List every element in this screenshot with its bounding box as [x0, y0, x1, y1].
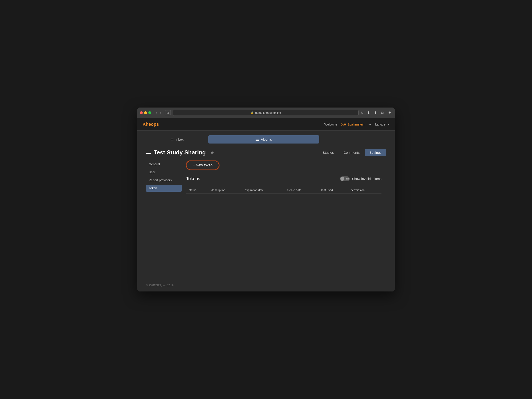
window-button[interactable]: ⧉ [380, 110, 385, 116]
language-selector[interactable]: Lang: en ▾ [375, 123, 390, 126]
album-title-section: ▬ Test Study Sharing ★ [146, 149, 214, 156]
show-invalid-toggle: No Show invalid tokens [340, 176, 381, 181]
inbox-label: Inbox [175, 137, 184, 141]
settings-sidebar: General User Report providers Token [146, 161, 182, 194]
toggle-knob [340, 177, 344, 181]
logout-icon[interactable]: → [368, 122, 372, 126]
show-invalid-label: Show invalid tokens [352, 177, 381, 181]
lang-label: Lang: en [375, 123, 387, 126]
col-status: status [186, 187, 209, 194]
tab-inbox[interactable]: ☰ Inbox [146, 135, 208, 143]
username: Joël Spaltenstein [341, 123, 365, 126]
lock-icon: 🔒 [251, 111, 254, 114]
star-icon[interactable]: ★ [210, 150, 214, 155]
albums-label: Albums [261, 137, 272, 141]
welcome-text: Welcome [324, 123, 337, 126]
table-header: status description expiration date creat… [186, 187, 381, 194]
col-expiration-date: expiration date [242, 187, 285, 194]
tokens-title: Tokens [186, 176, 200, 181]
browser-window: ‹ › ⊞ 🔒 demo.kheops.online ↻ ⬇ ⬆ ⧉ + Khe… [137, 108, 395, 291]
tab-settings[interactable]: Settings [365, 149, 386, 156]
col-description: description [209, 187, 242, 194]
top-tab-bar: ☰ Inbox ▬ Albums [146, 135, 386, 143]
tokens-section-header: Tokens No Show invalid tokens [186, 176, 381, 183]
toggle-no-label: No [346, 178, 349, 180]
col-create-date: create date [284, 187, 319, 194]
url-text: demo.kheops.online [255, 111, 281, 114]
sidebar-item-token[interactable]: Token [146, 185, 182, 192]
sidebar-item-report-providers[interactable]: Report providers [146, 177, 182, 184]
forward-button[interactable]: › [159, 111, 163, 115]
app-logo[interactable]: Kheops [143, 122, 159, 127]
fullscreen-button[interactable] [148, 111, 151, 114]
share-button[interactable]: ⬆ [373, 110, 378, 116]
tab-studies[interactable]: Studies [318, 149, 338, 156]
chevron-down-icon: ▾ [388, 123, 389, 126]
nav-right: Welcome Joël Spaltenstein → Lang: en ▾ [324, 122, 389, 126]
album-title: Test Study Sharing [154, 149, 206, 156]
minimize-button[interactable] [144, 111, 147, 114]
inbox-icon: ☰ [171, 137, 174, 141]
close-button[interactable] [140, 111, 143, 114]
footer-text: © KHEOPS, inc 2019 [146, 284, 174, 287]
toggle-slider: No [340, 176, 350, 181]
col-last-used: last used [319, 187, 348, 194]
nav-buttons: ‹ › [154, 111, 163, 115]
main-content: ☰ Inbox ▬ Albums ▬ Test Study Sharing ★ … [137, 131, 395, 279]
col-permission: permission [348, 187, 381, 194]
token-settings-content: + New token Tokens No [182, 161, 386, 194]
sidebar-item-user[interactable]: User [146, 169, 182, 176]
app-footer: © KHEOPS, inc 2019 [137, 279, 395, 291]
url-bar[interactable]: 🔒 demo.kheops.online [173, 110, 359, 116]
refresh-button[interactable]: ↻ [361, 111, 364, 115]
album-header: ▬ Test Study Sharing ★ Studies Comments … [146, 149, 386, 156]
sidebar-item-general[interactable]: General [146, 161, 182, 168]
back-button[interactable]: ‹ [154, 111, 158, 115]
app-container: Kheops Welcome Joël Spaltenstein → Lang:… [137, 118, 395, 291]
new-token-button[interactable]: + New token [186, 161, 219, 170]
albums-icon: ▬ [256, 137, 259, 141]
invalid-tokens-toggle[interactable]: No [340, 176, 350, 181]
traffic-lights [140, 111, 151, 114]
tab-view-button[interactable]: ⊞ [165, 110, 171, 115]
tokens-section: Tokens No Show invalid tokens [186, 176, 381, 194]
settings-layout: General User Report providers Token + Ne… [146, 161, 386, 194]
download-button[interactable]: ⬇ [366, 110, 372, 116]
album-nav-tabs: Studies Comments Settings [318, 149, 386, 156]
top-nav: Kheops Welcome Joël Spaltenstein → Lang:… [137, 118, 395, 131]
tab-albums[interactable]: ▬ Albums [208, 135, 319, 143]
tab-comments[interactable]: Comments [339, 149, 364, 156]
album-icon: ▬ [146, 150, 151, 155]
table-header-row: status description expiration date creat… [186, 187, 381, 194]
tokens-table: status description expiration date creat… [186, 187, 381, 194]
browser-actions: ⬇ ⬆ ⧉ [366, 110, 385, 116]
new-tab-button[interactable]: + [387, 110, 392, 116]
browser-chrome: ‹ › ⊞ 🔒 demo.kheops.online ↻ ⬇ ⬆ ⧉ + [137, 108, 395, 118]
